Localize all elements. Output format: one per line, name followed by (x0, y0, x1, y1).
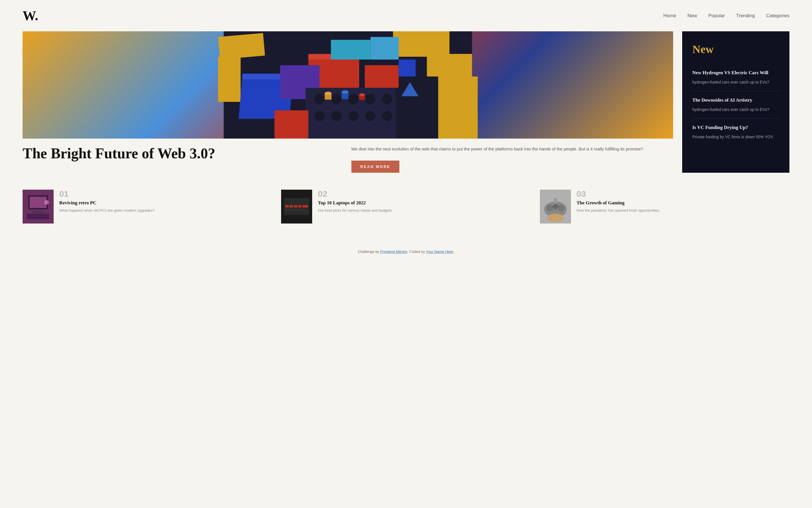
new-article-1-title: New Hydrogen VS Electric Cars Will (692, 70, 779, 76)
svg-point-58 (546, 205, 553, 211)
svg-point-13 (332, 94, 342, 104)
svg-point-17 (332, 111, 342, 121)
nav-trending[interactable]: Trending (736, 13, 755, 18)
new-article-3-title: Is VC Funding Drying Up? (692, 124, 779, 131)
new-article-1[interactable]: New Hydrogen VS Electric Cars Will hydro… (692, 64, 779, 91)
bottom-article-2-thumb (281, 189, 312, 223)
svg-rect-47 (294, 205, 297, 207)
svg-rect-8 (393, 31, 450, 57)
bottom-article-1-number: 01 (59, 189, 155, 198)
svg-point-15 (366, 94, 376, 104)
new-panel-title: New (692, 43, 779, 56)
svg-rect-51 (289, 209, 291, 211)
bottom-article-1-thumb (23, 189, 54, 223)
featured-article: The Bright Future of Web 3.0? We dive in… (23, 31, 673, 173)
bottom-article-2-content: 02 Top 10 Laptops of 2022 Our best picks… (318, 189, 393, 214)
svg-point-14 (349, 94, 359, 104)
footer-end: . (453, 250, 454, 254)
bottom-article-2-desc: Our best picks for various needs and bud… (318, 208, 393, 214)
new-article-3[interactable]: Is VC Funding Drying Up? Private funding… (692, 119, 779, 145)
footer-text: Challenge by Frontend Mentor. Coded by Y… (9, 250, 803, 254)
featured-description: We dive into the next evolution of the w… (351, 145, 674, 153)
svg-rect-48 (298, 205, 301, 207)
svg-point-12 (315, 94, 325, 104)
svg-point-20 (382, 94, 393, 104)
nav-popular[interactable]: Popular (709, 13, 725, 18)
footer-challenge-text: Challenge by (358, 250, 380, 254)
svg-rect-2 (218, 57, 241, 102)
bottom-article-1[interactable]: 01 Reviving retro PC What happens when o… (23, 189, 272, 223)
svg-rect-55 (302, 209, 304, 211)
svg-rect-61 (552, 206, 559, 208)
svg-rect-62 (554, 198, 557, 204)
svg-rect-45 (285, 205, 289, 207)
site-footer: Challenge by Frontend Mentor. Coded by Y… (0, 241, 812, 263)
bottom-article-3-desc: How the pandemic has sparked fresh oppor… (576, 208, 660, 214)
site-header: W. Home New Popular Trending Categories (0, 0, 812, 31)
top-section: The Bright Future of Web 3.0? We dive in… (23, 31, 789, 173)
footer-link-coder[interactable]: Your Name Here (426, 250, 453, 254)
svg-point-24 (325, 92, 332, 95)
new-article-2-desc: hydrogen-fueled cars ever catch up to EV… (692, 107, 779, 113)
site-logo[interactable]: W. (23, 8, 38, 24)
featured-title: The Bright Future of Web 3.0? (23, 145, 345, 161)
featured-right-content: We dive into the next evolution of the w… (351, 145, 674, 173)
svg-point-63 (547, 214, 564, 222)
main-content: The Bright Future of Web 3.0? We dive in… (0, 31, 812, 241)
new-panel: New New Hydrogen VS Electric Cars Will h… (682, 31, 789, 173)
svg-rect-53 (296, 209, 298, 211)
svg-rect-52 (292, 209, 294, 211)
new-article-2[interactable]: The Downsides of AI Artistry hydrogen-fu… (692, 91, 779, 119)
svg-rect-46 (290, 205, 293, 207)
svg-rect-34 (438, 77, 478, 138)
svg-point-18 (349, 111, 359, 121)
svg-rect-32 (274, 110, 308, 138)
svg-point-21 (382, 111, 393, 121)
bottom-article-3-content: 03 The Growth of Gaming How the pandemic… (576, 189, 660, 214)
bottom-article-2-title: Top 10 Laptops of 2022 (318, 200, 393, 206)
svg-rect-9 (427, 54, 472, 77)
bottom-article-3-title: The Growth of Gaming (576, 200, 660, 206)
bottom-article-3-thumb (540, 189, 571, 223)
svg-point-16 (315, 111, 325, 121)
bottom-article-2-number: 02 (318, 189, 393, 198)
main-nav: Home New Popular Trending Categories (663, 13, 789, 18)
bottom-article-1-desc: What happens when old PCs are given mode… (59, 208, 155, 214)
svg-rect-1 (218, 33, 265, 59)
svg-rect-10 (371, 37, 399, 59)
footer-link-mentor[interactable]: Frontend Mentor (380, 250, 407, 254)
svg-rect-41 (27, 214, 49, 219)
svg-rect-33 (331, 40, 371, 59)
svg-rect-50 (285, 209, 288, 211)
svg-rect-54 (299, 209, 301, 211)
new-article-1-desc: hydrogen-fueled cars ever catch up to EV… (692, 79, 779, 85)
svg-point-59 (558, 205, 564, 211)
svg-rect-49 (302, 205, 308, 207)
new-article-2-title: The Downsides of AI Artistry (692, 97, 779, 103)
new-article-3-desc: Private funding by VC firms is down 50% … (692, 134, 779, 140)
nav-new[interactable]: New (688, 13, 697, 18)
bottom-article-1-title: Reviving retro PC (59, 200, 155, 206)
bottom-article-1-content: 01 Reviving retro PC What happens when o… (59, 189, 155, 214)
bottom-article-2[interactable]: 02 Top 10 Laptops of 2022 Our best picks… (281, 189, 530, 223)
svg-point-30 (359, 93, 365, 96)
read-more-button[interactable]: READ MORE (351, 161, 399, 173)
featured-body: The Bright Future of Web 3.0? We dive in… (23, 145, 673, 173)
svg-point-27 (342, 90, 349, 94)
nav-home[interactable]: Home (663, 13, 676, 18)
bottom-article-3[interactable]: 03 The Growth of Gaming How the pandemic… (540, 189, 789, 223)
svg-rect-39 (30, 197, 47, 208)
bottom-article-3-number: 03 (576, 189, 660, 198)
nav-categories[interactable]: Categories (766, 13, 789, 18)
bottom-articles: 01 Reviving retro PC What happens when o… (23, 189, 789, 223)
svg-point-19 (366, 111, 376, 121)
footer-separator: . Coded by (407, 250, 426, 254)
svg-rect-40 (33, 211, 44, 213)
svg-rect-35 (365, 65, 399, 88)
svg-point-42 (44, 200, 49, 205)
svg-rect-36 (399, 59, 416, 77)
featured-image (23, 31, 673, 138)
